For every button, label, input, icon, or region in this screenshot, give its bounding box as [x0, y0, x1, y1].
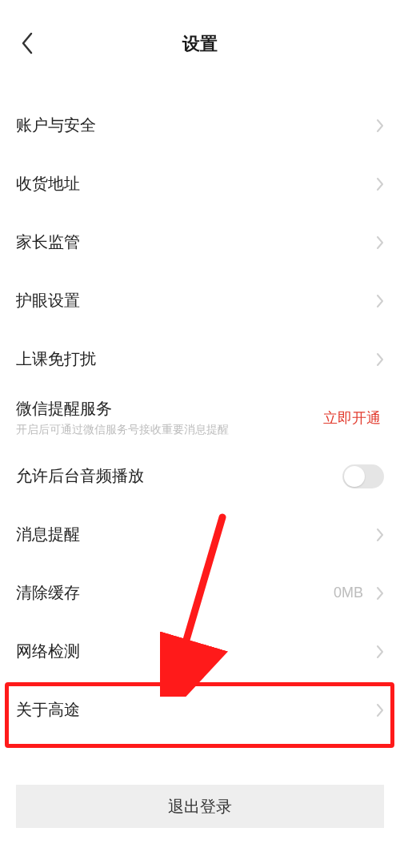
- settings-item-background-audio: 允许后台音频播放: [0, 447, 400, 505]
- chevron-right-icon: [376, 586, 384, 601]
- chevron-right-icon: [376, 294, 384, 308]
- settings-item-eye-protection[interactable]: 护眼设置: [0, 271, 400, 330]
- background-audio-toggle[interactable]: [342, 464, 384, 488]
- header: 设置: [0, 0, 400, 64]
- chevron-right-icon: [376, 645, 384, 659]
- settings-item-shipping-address[interactable]: 收货地址: [0, 155, 400, 213]
- chevron-right-icon: [376, 352, 384, 367]
- settings-item-wechat-reminder[interactable]: 微信提醒服务 开启后可通过微信服务号接收重要消息提醒 立即开通: [0, 388, 400, 447]
- settings-item-parental-control[interactable]: 家长监管: [0, 213, 400, 271]
- chevron-right-icon: [376, 177, 384, 191]
- svg-line-0: [174, 517, 222, 681]
- chevron-right-icon: [376, 119, 384, 133]
- item-label: 允许后台音频播放: [16, 465, 342, 487]
- settings-item-do-not-disturb[interactable]: 上课免打扰: [0, 330, 400, 388]
- annotation-arrow-icon: [160, 512, 232, 697]
- cache-size-value: 0MB: [334, 585, 363, 601]
- item-label: 护眼设置: [16, 290, 376, 311]
- item-label: 收货地址: [16, 173, 376, 195]
- item-label: 账户与安全: [16, 115, 376, 136]
- item-label: 微信提醒服务: [16, 398, 323, 420]
- logout-button[interactable]: 退出登录: [16, 785, 384, 828]
- item-label: 上课免打扰: [16, 348, 376, 370]
- item-sublabel: 开启后可通过微信服务号接收重要消息提醒: [16, 423, 323, 437]
- chevron-right-icon: [376, 235, 384, 250]
- chevron-left-icon: [20, 32, 34, 54]
- chevron-right-icon: [376, 528, 384, 542]
- toggle-knob: [344, 466, 365, 487]
- item-label: 家长监管: [16, 231, 376, 253]
- page-title: 设置: [182, 32, 218, 56]
- settings-item-account-security[interactable]: 账户与安全: [0, 96, 400, 155]
- back-button[interactable]: [14, 30, 40, 56]
- item-action-text: 立即开通: [323, 408, 381, 428]
